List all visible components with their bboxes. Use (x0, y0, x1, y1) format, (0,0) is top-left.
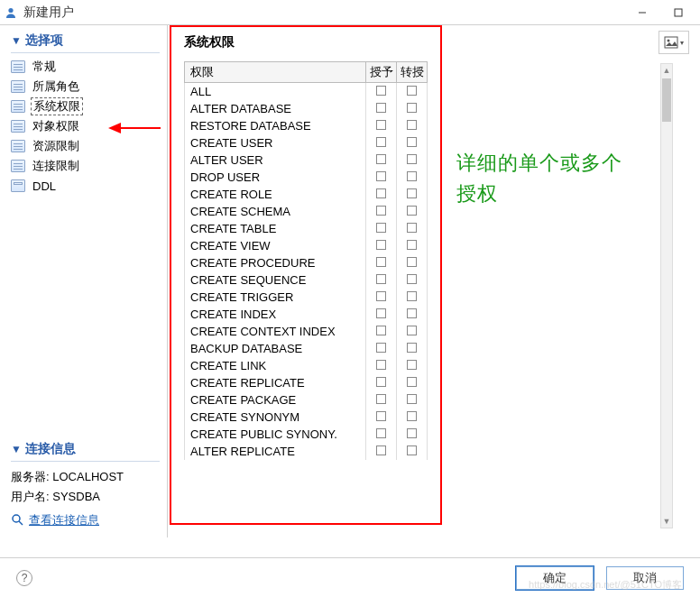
connection-section-label: 连接信息 (25, 441, 76, 457)
minimize-button[interactable] (624, 1, 660, 24)
perm-cell: DROP USER (185, 169, 366, 186)
grant-checkbox[interactable] (376, 86, 386, 96)
table-row: ALL (185, 83, 428, 101)
transfer-checkbox[interactable] (407, 137, 417, 147)
view-connection-link[interactable]: 查看连接信息 (11, 507, 167, 530)
table-row: CREATE SYNONYM (185, 409, 428, 426)
col-grant[interactable]: 授予 (366, 62, 397, 83)
transfer-checkbox[interactable] (407, 326, 417, 335)
transfer-checkbox[interactable] (407, 223, 417, 233)
col-transfer[interactable]: 转授 (397, 62, 428, 83)
transfer-checkbox[interactable] (407, 120, 417, 130)
perm-cell: CREATE TRIGGER (185, 289, 366, 306)
form-icon (11, 100, 25, 113)
grant-checkbox[interactable] (376, 120, 386, 130)
grant-checkbox[interactable] (376, 257, 386, 267)
grant-checkbox[interactable] (376, 137, 386, 147)
col-permission[interactable]: 权限 (185, 62, 366, 83)
table-row: CREATE VIEW (185, 237, 428, 254)
transfer-checkbox[interactable] (407, 428, 417, 438)
transfer-checkbox[interactable] (407, 103, 417, 113)
transfer-checkbox[interactable] (407, 188, 417, 198)
grant-checkbox[interactable] (376, 343, 386, 353)
grant-checkbox[interactable] (376, 171, 386, 181)
grant-checkbox[interactable] (376, 274, 386, 284)
perm-cell: CREATE SCHEMA (185, 203, 366, 220)
table-row: ALTER USER (185, 152, 428, 169)
vertical-scrollbar[interactable]: ▲ ▼ (660, 63, 673, 528)
scroll-down-icon[interactable]: ▼ (661, 515, 672, 528)
sidebar-item-connection-limit[interactable]: 连接限制 (11, 156, 167, 176)
transfer-checkbox[interactable] (407, 86, 417, 96)
transfer-checkbox[interactable] (407, 445, 417, 455)
grant-checkbox[interactable] (376, 308, 386, 318)
transfer-checkbox[interactable] (407, 360, 417, 370)
sidebar-item-ddl[interactable]: DDL (11, 176, 167, 196)
connection-section-header: ▼ 连接信息 (11, 437, 160, 462)
perm-cell: CREATE PACKAGE (185, 391, 366, 409)
magnifier-icon (11, 513, 25, 528)
grant-checkbox[interactable] (376, 240, 386, 250)
grant-checkbox[interactable] (376, 154, 386, 164)
form-icon (11, 120, 25, 133)
sidebar-item-system-privileges[interactable]: 系统权限 (11, 96, 167, 116)
grant-checkbox[interactable] (376, 411, 386, 421)
perm-cell: CREATE CONTEXT INDEX (185, 323, 366, 340)
perm-cell: ALL (185, 83, 366, 101)
transfer-checkbox[interactable] (407, 206, 417, 216)
perm-cell: CREATE PUBLIC SYNONY. (185, 426, 366, 443)
sidebar-item-general[interactable]: 常规 (11, 57, 167, 77)
svg-rect-2 (675, 9, 682, 16)
table-row: RESTORE DATABASE (185, 117, 428, 134)
transfer-checkbox[interactable] (407, 257, 417, 267)
perm-cell: CREATE VIEW (185, 237, 366, 254)
transfer-checkbox[interactable] (407, 291, 417, 301)
grant-checkbox[interactable] (376, 206, 386, 216)
perm-cell: CREATE LINK (185, 357, 366, 374)
grant-checkbox[interactable] (376, 428, 386, 438)
transfer-checkbox[interactable] (407, 240, 417, 250)
help-button[interactable]: ? (16, 570, 32, 586)
grant-checkbox[interactable] (376, 360, 386, 370)
grant-checkbox[interactable] (376, 223, 386, 233)
grant-checkbox[interactable] (376, 445, 386, 455)
table-row: CREATE PROCEDURE (185, 254, 428, 271)
transfer-checkbox[interactable] (407, 343, 417, 353)
server-row: 服务器: LOCALHOST (11, 467, 167, 487)
table-row: CREATE ROLE (185, 186, 428, 203)
grant-checkbox[interactable] (376, 103, 386, 113)
transfer-checkbox[interactable] (407, 154, 417, 164)
grant-checkbox[interactable] (376, 377, 386, 387)
user-icon (4, 5, 18, 20)
sidebar-item-object-privileges[interactable]: 对象权限 (11, 116, 167, 136)
transfer-checkbox[interactable] (407, 411, 417, 421)
maximize-button[interactable] (660, 1, 696, 24)
titlebar: 新建用户 (0, 0, 700, 25)
scroll-up-icon[interactable]: ▲ (661, 64, 672, 77)
table-row: ALTER REPLICATE (185, 443, 428, 460)
grant-checkbox[interactable] (376, 291, 386, 301)
transfer-checkbox[interactable] (407, 171, 417, 181)
perm-cell: CREATE SYNONYM (185, 409, 366, 426)
transfer-checkbox[interactable] (407, 394, 417, 404)
sidebar-item-roles[interactable]: 所属角色 (11, 77, 167, 96)
table-row: CREATE TABLE (185, 220, 428, 237)
grant-checkbox[interactable] (376, 188, 386, 198)
sidebar-item-resource-limit[interactable]: 资源限制 (11, 136, 167, 156)
table-row: CREATE INDEX (185, 306, 428, 323)
svg-point-7 (13, 515, 20, 522)
perm-cell: CREATE USER (185, 134, 366, 152)
table-row: CREATE TRIGGER (185, 289, 428, 306)
transfer-checkbox[interactable] (407, 308, 417, 318)
perm-cell: ALTER REPLICATE (185, 443, 366, 460)
table-row: CREATE CONTEXT INDEX (185, 323, 428, 340)
grant-checkbox[interactable] (376, 394, 386, 404)
perm-cell: CREATE ROLE (185, 186, 366, 203)
scroll-thumb[interactable] (662, 78, 671, 122)
options-section-label: 选择项 (25, 32, 63, 49)
view-connection-label: 查看连接信息 (29, 510, 99, 530)
transfer-checkbox[interactable] (407, 377, 417, 387)
sidebar: ▼ 选择项 常规 所属角色 系统权限 对象权限 资源限制 连接限制 DDL ▼ … (0, 25, 168, 537)
grant-checkbox[interactable] (376, 326, 386, 335)
transfer-checkbox[interactable] (407, 274, 417, 284)
